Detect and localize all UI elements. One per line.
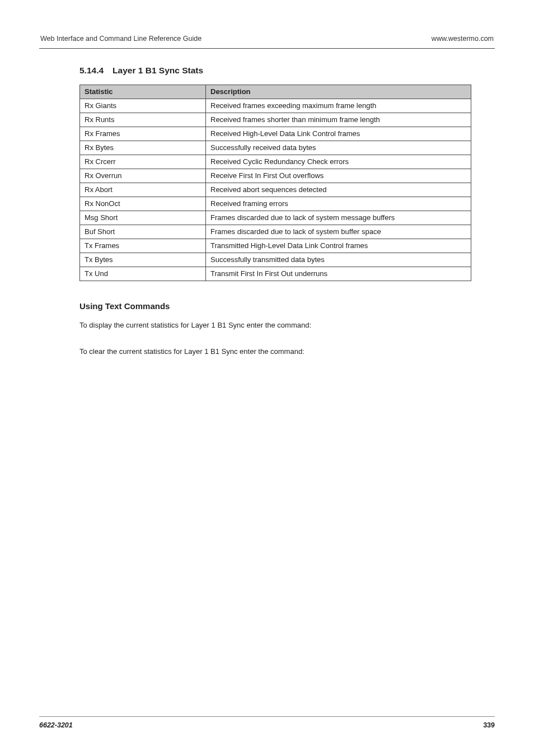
cell-stat: Rx Abort [80,183,206,197]
table-row: Tx FramesTransmitted High-Level Data Lin… [80,239,471,253]
subsection-title: Using Text Commands [79,301,495,311]
cell-stat: Tx Und [80,267,206,281]
cell-desc: Successfully transmitted data bytes [206,253,471,267]
cell-stat: Rx Runts [80,113,206,127]
table-row: Tx BytesSuccessfully transmitted data by… [80,253,471,267]
table-row: Buf ShortFrames discarded due to lack of… [80,225,471,239]
section-number: 5.14.4 [79,66,104,76]
cell-desc: Received frames shorter than minimum fra… [206,113,471,127]
cell-desc: Received Cyclic Redundancy Check errors [206,155,471,169]
cell-desc: Successfully received data bytes [206,141,471,155]
cell-desc: Transmit First In First Out underruns [206,267,471,281]
cell-desc: Received frames exceeding maximum frame … [206,99,471,113]
table-row: Rx NonOctReceived framing errors [80,197,471,211]
cell-stat: Msg Short [80,211,206,225]
cell-stat: Rx NonOct [80,197,206,211]
col-header-description: Description [206,85,471,99]
cell-stat: Rx Frames [80,127,206,141]
section-name: Layer 1 B1 Sync Stats [113,66,203,75]
table-row: Rx CrcerrReceived Cyclic Redundancy Chec… [80,155,471,169]
page-footer: 6622-3201 339 [39,716,495,729]
table-row: Rx BytesSuccessfully received data bytes [80,141,471,155]
col-header-statistic: Statistic [80,85,206,99]
stats-table: Statistic Description Rx GiantsReceived … [79,85,471,281]
table-row: Rx OverrunReceive First In First Out ove… [80,169,471,183]
cell-stat: Buf Short [80,225,206,239]
cell-stat: Tx Frames [80,239,206,253]
cell-stat: Rx Crcerr [80,155,206,169]
footer-rule [39,716,495,717]
cell-desc: Receive First In First Out overflows [206,169,471,183]
table-row: Rx AbortReceived abort sequences detecte… [80,183,471,197]
table-row: Msg ShortFrames discarded due to lack of… [80,211,471,225]
paragraph-1: To display the current statistics for La… [79,321,495,329]
header-right: www.westermo.com [432,35,494,43]
cell-stat: Rx Overrun [80,169,206,183]
header-left: Web Interface and Command Line Reference… [40,35,202,43]
footer-doc-id: 6622-3201 [39,721,73,729]
paragraph-2: To clear the current statistics for Laye… [79,347,495,356]
cell-desc: Received High-Level Data Link Control fr… [206,127,471,141]
table-row: Rx FramesReceived High-Level Data Link C… [80,127,471,141]
cell-desc: Transmitted High-Level Data Link Control… [206,239,471,253]
cell-desc: Received abort sequences detected [206,183,471,197]
section-title: 5.14.4Layer 1 B1 Sync Stats [79,66,495,76]
table-row: Rx RuntsReceived frames shorter than min… [80,113,471,127]
footer-page-number: 339 [483,721,495,729]
table-row: Tx UndTransmit First In First Out underr… [80,267,471,281]
cell-desc: Frames discarded due to lack of system m… [206,211,471,225]
cell-desc: Received framing errors [206,197,471,211]
cell-stat: Tx Bytes [80,253,206,267]
cell-desc: Frames discarded due to lack of system b… [206,225,471,239]
table-row: Rx GiantsReceived frames exceeding maxim… [80,99,471,113]
cell-stat: Rx Bytes [80,141,206,155]
cell-stat: Rx Giants [80,99,206,113]
table-header-row: Statistic Description [80,85,471,99]
